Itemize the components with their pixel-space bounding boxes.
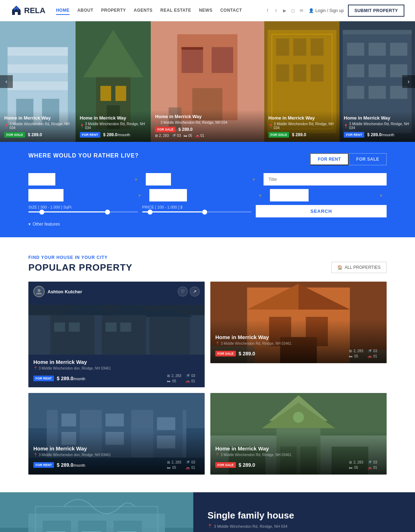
header: RELA HOME ABOUT PROPERTY AGENTS REAL EST… xyxy=(0,0,415,21)
slide-3-stats: ⊞ 2, 283🚿 03🛏 05🚗 01 xyxy=(155,134,260,138)
for-sale-toggle[interactable]: FOR SALE xyxy=(349,153,387,165)
share-button[interactable]: ↗ xyxy=(190,287,200,297)
card-3-price-row: FOR RENT $ 289.0/month xyxy=(33,462,85,468)
svg-rect-30 xyxy=(293,64,306,82)
title-input[interactable] xyxy=(264,173,387,185)
slide-3-footer: FOR SALE $ 289.0 xyxy=(155,127,260,132)
nav-contact[interactable]: CONTACT xyxy=(220,6,242,15)
instagram-icon[interactable]: ◻ xyxy=(290,8,296,13)
section-header: FIND YOUR HOUSE IN YOUR CITY POPULAR PRO… xyxy=(28,255,387,273)
bottom-address: 📍 3 Middle Winchendon Rd, Rindge, NH 034 xyxy=(208,524,401,528)
price-thumb-right[interactable] xyxy=(202,210,207,215)
svg-rect-38 xyxy=(347,64,365,77)
svg-rect-51 xyxy=(102,315,146,355)
svg-rect-26 xyxy=(276,39,289,56)
search-title: WHERE WOULD YOU RATHER LIVE? xyxy=(28,153,139,159)
facebook-icon[interactable]: f xyxy=(265,8,270,13)
bottom-content: Single family house 📍 3 Middle Winchendo… xyxy=(193,492,415,532)
slide-2-badge: FOR RENT xyxy=(80,132,100,138)
svg-rect-29 xyxy=(276,64,289,82)
type-select[interactable]: All type xyxy=(146,173,171,185)
card-4-price-row: FOR SALE $ 289.0 xyxy=(215,462,255,468)
size-range-track xyxy=(28,211,138,212)
youtube-icon[interactable]: ▶ xyxy=(282,8,287,13)
nav-property[interactable]: PROPERTY xyxy=(101,6,126,15)
header-right: f t ▶ ◻ ✉ 👤 Login / Sign up SUBMIT PROPE… xyxy=(265,5,404,17)
email-icon[interactable]: ✉ xyxy=(299,8,304,13)
stat-car: 🚗 01 xyxy=(367,354,382,358)
svg-rect-31 xyxy=(310,64,323,82)
other-features[interactable]: ▾ Other features xyxy=(28,222,387,227)
slider-next-button[interactable]: › xyxy=(402,75,415,88)
bathroom-select[interactable]: Any bathroom xyxy=(270,189,309,201)
nav-home[interactable]: HOME xyxy=(56,6,70,15)
size-thumb-left[interactable] xyxy=(39,210,44,215)
stat-area: ⊞ 2, 283 xyxy=(349,349,363,353)
card-2-badge: FOR SALE xyxy=(215,351,236,356)
home-icon: 🏠 xyxy=(337,265,343,270)
pin-icon: 📍 xyxy=(80,124,84,128)
svg-rect-50 xyxy=(50,315,94,355)
pin-icon: 📍 xyxy=(344,124,348,128)
svg-rect-6 xyxy=(7,82,68,90)
card-1-footer: FOR RENT $ 289.0/month ⊞ 2, 283 🚿 03 🛏 0… xyxy=(33,374,200,383)
stat-car: 🚗 01 xyxy=(186,466,200,470)
nav-news[interactable]: NEWS xyxy=(199,6,212,15)
nav-realestate[interactable]: REAL ESTATE xyxy=(160,6,191,15)
stat-area: ⊞ 2, 283 xyxy=(167,374,181,378)
slide-1-footer: FOR SOLD $ 289.0 xyxy=(4,132,71,138)
card-1-price: $ 289.0/month xyxy=(57,376,85,381)
slide-1-title: Home in Merrick Way xyxy=(4,115,71,121)
card-4-title: Home in Merrick Way xyxy=(215,445,382,451)
twitter-icon[interactable]: t xyxy=(273,8,279,13)
for-rent-toggle[interactable]: FOR RENT xyxy=(310,153,349,165)
card-2-overlay: Home in Merrick Way 📍 3 Middle Winchendo… xyxy=(210,320,387,363)
login-link[interactable]: 👤 Login / Sign up xyxy=(309,8,344,13)
pin-icon: 📍 xyxy=(155,121,159,124)
all-properties-button[interactable]: 🏠 ALL PROPERTIES xyxy=(331,262,387,273)
slider-prev-button[interactable]: ‹ xyxy=(0,75,13,88)
svg-rect-5 xyxy=(7,64,68,73)
card-3-address: 📍 3 Middle Winchendon don, Rindge, NH 03… xyxy=(33,453,200,457)
logo[interactable]: RELA xyxy=(11,5,45,16)
slide-4: Home in Merrick Way 📍 3 Middle Winchendo… xyxy=(264,21,340,142)
submit-property-button[interactable]: SUBMIT PROPERTY xyxy=(348,5,404,17)
property-slider: ‹ Home in Merrick Way 📍 3 Middle xyxy=(0,21,415,142)
stat-bath: 🚿 03 xyxy=(186,374,200,378)
pin-icon: 📍 xyxy=(215,342,220,345)
svg-rect-55 xyxy=(105,322,116,332)
nav-agents[interactable]: AGENTS xyxy=(134,6,153,15)
search-button[interactable]: SEARCH xyxy=(256,205,387,217)
card-1-stats: ⊞ 2, 283 🚿 03 🛏 05 🚗 01 xyxy=(167,374,200,383)
size-label: SIZE [ 300 - 1.000 ] SqFt xyxy=(28,205,138,209)
pin-icon: 📍 xyxy=(215,453,220,457)
size-thumb-right[interactable] xyxy=(105,210,110,215)
section-label: FIND YOUR HOUSE IN YOUR CITY xyxy=(28,255,132,260)
slide-2-title: Home in Merrick Way xyxy=(80,115,147,121)
pin-icon: 📍 xyxy=(33,453,38,457)
slide-4-footer: FOR SOLD $ 289.0 xyxy=(269,132,336,138)
slide-5-footer: FOR RENT $ 289.0/mounth xyxy=(344,132,411,138)
favorite-button[interactable]: ♡ xyxy=(178,287,188,297)
slide-3-title: Home in Merrick Way xyxy=(155,114,260,119)
svg-rect-36 xyxy=(369,43,386,56)
slide-1-address: 📍 3 Middle Winchendon Rd, Rindge, NH 034 xyxy=(4,122,71,130)
nav-about[interactable]: ABOUT xyxy=(77,6,93,15)
cities-select[interactable]: All cities xyxy=(28,173,55,185)
price-thumb-left[interactable] xyxy=(148,210,153,215)
svg-rect-37 xyxy=(390,43,408,56)
stat-bath: 🚿 03 xyxy=(367,349,382,353)
price-range-track xyxy=(142,211,252,212)
svg-rect-94 xyxy=(78,521,106,532)
property-card-4: Home in Merrick Way 📍 3 Middle Winchendo… xyxy=(210,393,387,475)
svg-rect-39 xyxy=(369,64,386,77)
countries-select[interactable]: All countries xyxy=(28,189,63,201)
card-1-agent-area: Ashton Kutcher ♡ ↗ xyxy=(28,282,205,305)
countries-select-wrapper: All countries xyxy=(28,189,145,201)
bedroom-select-wrapper: Any bedroom xyxy=(149,189,266,201)
pin-icon: 📍 xyxy=(269,124,273,128)
popular-section: FIND YOUR HOUSE IN YOUR CITY POPULAR PRO… xyxy=(0,237,415,492)
bedroom-select[interactable]: Any bedroom xyxy=(149,189,187,201)
section-titles: FIND YOUR HOUSE IN YOUR CITY POPULAR PRO… xyxy=(28,255,132,273)
slide-4-title: Home in Merrick Way xyxy=(269,115,336,121)
